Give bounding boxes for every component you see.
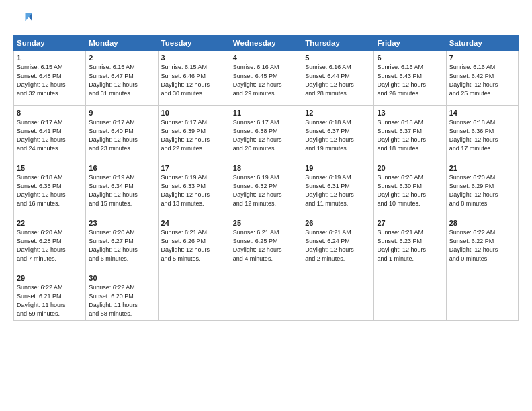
calendar-cell: 2Sunrise: 6:15 AMSunset: 6:47 PMDaylight… — [86, 51, 158, 106]
calendar-cell — [158, 271, 230, 321]
calendar-cell: 26Sunrise: 6:21 AMSunset: 6:24 PMDayligh… — [302, 216, 374, 271]
calendar-week-2: 15Sunrise: 6:18 AMSunset: 6:35 PMDayligh… — [14, 161, 519, 216]
day-number: 5 — [305, 54, 371, 62]
calendar-cell: 25Sunrise: 6:21 AMSunset: 6:25 PMDayligh… — [230, 216, 302, 271]
day-number: 11 — [233, 109, 299, 117]
calendar-cell: 7Sunrise: 6:16 AMSunset: 6:42 PMDaylight… — [446, 51, 518, 106]
day-number: 22 — [17, 219, 83, 227]
col-header-friday: Friday — [374, 36, 446, 51]
calendar-cell: 5Sunrise: 6:16 AMSunset: 6:44 PMDaylight… — [302, 51, 374, 106]
cell-details: Sunrise: 6:18 AMSunset: 6:36 PMDaylight:… — [449, 118, 515, 153]
day-number: 3 — [161, 54, 227, 62]
cell-details: Sunrise: 6:18 AMSunset: 6:37 PMDaylight:… — [305, 118, 371, 153]
day-number: 16 — [89, 164, 154, 172]
cell-details: Sunrise: 6:18 AMSunset: 6:35 PMDaylight:… — [17, 173, 83, 208]
calendar-cell: 24Sunrise: 6:21 AMSunset: 6:26 PMDayligh… — [158, 216, 230, 271]
cell-details: Sunrise: 6:17 AMSunset: 6:40 PMDaylight:… — [89, 118, 154, 153]
cell-details: Sunrise: 6:19 AMSunset: 6:32 PMDaylight:… — [233, 173, 299, 208]
cell-details: Sunrise: 6:20 AMSunset: 6:27 PMDaylight:… — [89, 228, 154, 263]
day-number: 15 — [17, 164, 83, 172]
day-number: 30 — [89, 274, 154, 282]
calendar-cell: 30Sunrise: 6:22 AMSunset: 6:20 PMDayligh… — [86, 271, 158, 321]
cell-details: Sunrise: 6:17 AMSunset: 6:39 PMDaylight:… — [161, 118, 227, 153]
logo-icon — [13, 11, 32, 30]
day-number: 27 — [377, 219, 443, 227]
cell-details: Sunrise: 6:22 AMSunset: 6:21 PMDaylight:… — [17, 283, 83, 318]
calendar-cell: 3Sunrise: 6:15 AMSunset: 6:46 PMDaylight… — [158, 51, 230, 106]
cell-details: Sunrise: 6:19 AMSunset: 6:33 PMDaylight:… — [161, 173, 227, 208]
day-number: 23 — [89, 219, 154, 227]
calendar-cell: 9Sunrise: 6:17 AMSunset: 6:40 PMDaylight… — [86, 106, 158, 161]
calendar-cell: 21Sunrise: 6:20 AMSunset: 6:29 PMDayligh… — [446, 161, 518, 216]
calendar-cell: 4Sunrise: 6:16 AMSunset: 6:45 PMDaylight… — [230, 51, 302, 106]
day-number: 18 — [233, 164, 299, 172]
day-number: 9 — [89, 109, 154, 117]
cell-details: Sunrise: 6:21 AMSunset: 6:26 PMDaylight:… — [161, 228, 227, 263]
calendar-cell — [302, 271, 374, 321]
cell-details: Sunrise: 6:18 AMSunset: 6:37 PMDaylight:… — [377, 118, 443, 153]
cell-details: Sunrise: 6:19 AMSunset: 6:31 PMDaylight:… — [305, 173, 371, 208]
calendar-week-3: 22Sunrise: 6:20 AMSunset: 6:28 PMDayligh… — [14, 216, 519, 271]
calendar-cell: 13Sunrise: 6:18 AMSunset: 6:37 PMDayligh… — [374, 106, 446, 161]
calendar-week-1: 8Sunrise: 6:17 AMSunset: 6:41 PMDaylight… — [14, 106, 519, 161]
col-header-monday: Monday — [86, 36, 158, 51]
calendar-cell: 19Sunrise: 6:19 AMSunset: 6:31 PMDayligh… — [302, 161, 374, 216]
cell-details: Sunrise: 6:15 AMSunset: 6:47 PMDaylight:… — [89, 63, 154, 98]
day-number: 10 — [161, 109, 227, 117]
header — [13, 11, 519, 30]
cell-details: Sunrise: 6:20 AMSunset: 6:28 PMDaylight:… — [17, 228, 83, 263]
day-number: 14 — [449, 109, 515, 117]
cell-details: Sunrise: 6:16 AMSunset: 6:42 PMDaylight:… — [449, 63, 515, 98]
calendar-cell: 6Sunrise: 6:16 AMSunset: 6:43 PMDaylight… — [374, 51, 446, 106]
day-number: 7 — [449, 54, 515, 62]
calendar-cell: 28Sunrise: 6:22 AMSunset: 6:22 PMDayligh… — [446, 216, 518, 271]
calendar-cell — [446, 271, 518, 321]
calendar-table: SundayMondayTuesdayWednesdayThursdayFrid… — [13, 35, 519, 321]
calendar-cell: 17Sunrise: 6:19 AMSunset: 6:33 PMDayligh… — [158, 161, 230, 216]
day-number: 4 — [233, 54, 299, 62]
day-number: 24 — [161, 219, 227, 227]
cell-details: Sunrise: 6:17 AMSunset: 6:41 PMDaylight:… — [17, 118, 83, 153]
calendar-cell: 27Sunrise: 6:21 AMSunset: 6:23 PMDayligh… — [374, 216, 446, 271]
day-number: 8 — [17, 109, 83, 117]
calendar-cell: 8Sunrise: 6:17 AMSunset: 6:41 PMDaylight… — [14, 106, 86, 161]
cell-details: Sunrise: 6:20 AMSunset: 6:29 PMDaylight:… — [449, 173, 515, 208]
day-number: 6 — [377, 54, 443, 62]
day-number: 28 — [449, 219, 515, 227]
calendar-cell: 15Sunrise: 6:18 AMSunset: 6:35 PMDayligh… — [14, 161, 86, 216]
cell-details: Sunrise: 6:16 AMSunset: 6:44 PMDaylight:… — [305, 63, 371, 98]
cell-details: Sunrise: 6:21 AMSunset: 6:25 PMDaylight:… — [233, 228, 299, 263]
day-number: 12 — [305, 109, 371, 117]
cell-details: Sunrise: 6:16 AMSunset: 6:45 PMDaylight:… — [233, 63, 299, 98]
calendar-cell: 18Sunrise: 6:19 AMSunset: 6:32 PMDayligh… — [230, 161, 302, 216]
calendar-cell: 14Sunrise: 6:18 AMSunset: 6:36 PMDayligh… — [446, 106, 518, 161]
calendar-cell: 11Sunrise: 6:17 AMSunset: 6:38 PMDayligh… — [230, 106, 302, 161]
cell-details: Sunrise: 6:19 AMSunset: 6:34 PMDaylight:… — [89, 173, 154, 208]
logo — [13, 11, 35, 30]
day-number: 26 — [305, 219, 371, 227]
calendar-week-4: 29Sunrise: 6:22 AMSunset: 6:21 PMDayligh… — [14, 271, 519, 321]
col-header-saturday: Saturday — [446, 36, 518, 51]
day-number: 25 — [233, 219, 299, 227]
day-number: 19 — [305, 164, 371, 172]
col-header-sunday: Sunday — [14, 36, 86, 51]
calendar-cell — [374, 271, 446, 321]
col-header-tuesday: Tuesday — [158, 36, 230, 51]
cell-details: Sunrise: 6:17 AMSunset: 6:38 PMDaylight:… — [233, 118, 299, 153]
day-number: 13 — [377, 109, 443, 117]
calendar-cell: 20Sunrise: 6:20 AMSunset: 6:30 PMDayligh… — [374, 161, 446, 216]
page: SundayMondayTuesdayWednesdayThursdayFrid… — [0, 0, 532, 411]
cell-details: Sunrise: 6:16 AMSunset: 6:43 PMDaylight:… — [377, 63, 443, 98]
calendar-cell — [230, 271, 302, 321]
cell-details: Sunrise: 6:15 AMSunset: 6:46 PMDaylight:… — [161, 63, 227, 98]
day-number: 1 — [17, 54, 83, 62]
calendar-cell: 23Sunrise: 6:20 AMSunset: 6:27 PMDayligh… — [86, 216, 158, 271]
day-number: 17 — [161, 164, 227, 172]
calendar-cell: 12Sunrise: 6:18 AMSunset: 6:37 PMDayligh… — [302, 106, 374, 161]
cell-details: Sunrise: 6:22 AMSunset: 6:22 PMDaylight:… — [449, 228, 515, 263]
calendar-cell: 10Sunrise: 6:17 AMSunset: 6:39 PMDayligh… — [158, 106, 230, 161]
col-header-wednesday: Wednesday — [230, 36, 302, 51]
calendar-cell: 29Sunrise: 6:22 AMSunset: 6:21 PMDayligh… — [14, 271, 86, 321]
calendar-cell: 1Sunrise: 6:15 AMSunset: 6:48 PMDaylight… — [14, 51, 86, 106]
cell-details: Sunrise: 6:15 AMSunset: 6:48 PMDaylight:… — [17, 63, 83, 98]
